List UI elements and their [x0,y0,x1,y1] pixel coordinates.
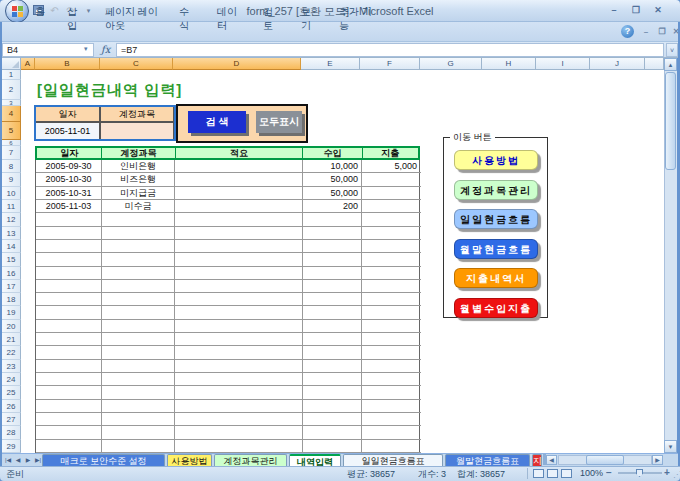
row-header-24[interactable]: 24 [2,373,21,386]
tab-first-icon[interactable]: |◀ [3,455,13,465]
cell-r8c5[interactable]: 5,000 [362,160,420,173]
row-header-9[interactable]: 9 [2,173,21,186]
row-header-21[interactable]: 21 [2,333,21,346]
col-header-D[interactable]: D [173,58,301,70]
ribbon-tab-8[interactable]: 추가 기능 [330,3,386,20]
ribbon-tab-7[interactable]: 보기 [292,3,328,20]
sheet-tab-2[interactable]: 사용방법 [167,454,212,466]
vertical-scrollbar-thumb[interactable] [665,72,676,170]
search-button[interactable]: 검 색 [188,111,246,133]
cell-r10c2[interactable]: 미지급금 [102,187,174,200]
nav-button-4[interactable]: 월말현금흐름 [454,239,538,259]
tab-prev-icon[interactable]: ◀ [13,455,23,465]
col-header-I[interactable]: I [536,58,590,70]
sheet-tab-3[interactable]: 계정과목관리 [214,454,287,466]
cell-r9c4[interactable]: 50,000 [303,173,361,186]
cell-r11c4[interactable]: 200 [303,200,361,213]
sheet-tab-7[interactable]: 지출내역서 [532,454,542,466]
table-header-4[interactable]: 수입 [303,148,362,158]
cell-r11c1[interactable]: 2005-11-03 [36,200,101,213]
help-icon[interactable]: ? [621,25,634,38]
row-header-13[interactable]: 13 [2,227,21,240]
ribbon-tab-4[interactable]: 수식 [170,3,206,20]
table-header-1[interactable]: 일자 [37,148,102,158]
ribbon-tab-5[interactable]: 데이터 [208,3,252,20]
table-header-2[interactable]: 계정과목 [102,148,175,158]
page-break-view-icon[interactable] [561,469,572,478]
row-header-16[interactable]: 16 [2,267,21,280]
row-header-4[interactable]: 4 [2,106,21,122]
scroll-down-icon[interactable]: ▼ [664,440,677,453]
hscroll-right-icon[interactable]: ▶ [652,455,663,465]
col-header-B[interactable]: B [35,58,100,70]
row-header-10[interactable]: 10 [2,187,21,200]
normal-view-icon[interactable] [533,469,544,478]
ribbon-tab-3[interactable]: 페이지 레이아웃 [96,3,168,20]
scroll-up-icon[interactable]: ▲ [664,58,677,71]
row-header-25[interactable]: 25 [2,386,21,399]
zoom-in-icon[interactable]: + [664,467,670,478]
col-header-G[interactable]: G [420,58,482,70]
table-header-5[interactable]: 지출 [363,148,418,158]
col-header-H[interactable]: H [482,58,536,70]
horizontal-scrollbar-thumb[interactable] [586,455,624,465]
ribbon-tab-2[interactable]: 삽입 [58,3,94,20]
sheet-tab-4[interactable]: 내역입력 [289,454,341,466]
resize-grip-icon[interactable]: ⋰ [673,470,680,479]
row-header-14[interactable]: 14 [2,240,21,253]
sheet-tab-6[interactable]: 월말현금흐름표 [445,454,530,466]
row-header-8[interactable]: 8 [2,160,21,173]
select-all-corner[interactable] [2,58,21,70]
nav-button-5[interactable]: 지출내역서 [454,268,538,288]
restore-button[interactable]: ❐ [626,3,646,17]
cell-r11c2[interactable]: 미수금 [102,200,174,213]
cell-r8c2[interactable]: 인비은행 [102,160,174,173]
nav-button-2[interactable]: 계정과목관리 [454,180,538,200]
cell-r8c1[interactable]: 2005-09-30 [36,160,101,173]
table-header-3[interactable]: 적요 [176,148,304,158]
nav-button-1[interactable]: 사용방법 [454,150,538,170]
zoom-level[interactable]: 100% [580,468,603,478]
cell-r10c1[interactable]: 2005-10-31 [36,187,101,200]
col-header-C[interactable]: C [100,58,173,70]
name-box[interactable]: B4 [2,43,94,57]
row-header-29[interactable]: 29 [2,440,21,453]
nav-button-6[interactable]: 월별수입지출 [454,298,538,318]
col-header-A[interactable]: A [21,58,35,70]
hscroll-left-icon[interactable]: ◀ [546,455,557,465]
row-header-22[interactable]: 22 [2,346,21,359]
row-header-15[interactable]: 15 [2,253,21,266]
name-box-dropdown-icon[interactable]: ▾ [84,45,88,53]
cell-r9c1[interactable]: 2005-10-30 [36,173,101,186]
row-header-26[interactable]: 26 [2,400,21,413]
row-header-23[interactable]: 23 [2,360,21,373]
col-header-J[interactable]: J [590,58,645,70]
tab-next-icon[interactable]: ▶ [23,455,33,465]
page-layout-view-icon[interactable] [547,469,558,478]
close-button[interactable]: ✕ [648,3,668,17]
cell-r10c4[interactable]: 50,000 [303,187,361,200]
col-header-partial[interactable] [645,58,664,70]
row-header-28[interactable]: 28 [2,426,21,439]
cell-r9c2[interactable]: 비즈은행 [102,173,174,186]
row-header-2[interactable]: 2 [2,80,21,100]
row-header-1[interactable]: 1 [2,70,21,80]
sheet-tab-5[interactable]: 일일현금흐름표 [343,454,443,466]
row-header-27[interactable]: 27 [2,413,21,426]
formula-bar-expand-icon[interactable]: ˅ [666,43,678,57]
row-header-12[interactable]: 12 [2,213,21,226]
cell-r8c4[interactable]: 10,000 [303,160,361,173]
zoom-out-icon[interactable]: − [606,467,612,478]
row-header-19[interactable]: 19 [2,306,21,319]
ribbon-tab-6[interactable]: 검토 [254,3,290,20]
col-header-E[interactable]: E [301,58,360,70]
row-header-7[interactable]: 7 [2,146,21,160]
sheet-tab-1[interactable]: 매크로 보안수준 설정 [42,454,165,466]
row-header-17[interactable]: 17 [2,280,21,293]
ribbon-tab-1[interactable]: 홈 [26,3,56,20]
row-header-5[interactable]: 5 [2,122,21,140]
minimize-button[interactable]: – [604,3,624,17]
row-header-11[interactable]: 11 [2,200,21,213]
row-header-20[interactable]: 20 [2,320,21,333]
formula-input[interactable]: =B7 [116,43,664,57]
